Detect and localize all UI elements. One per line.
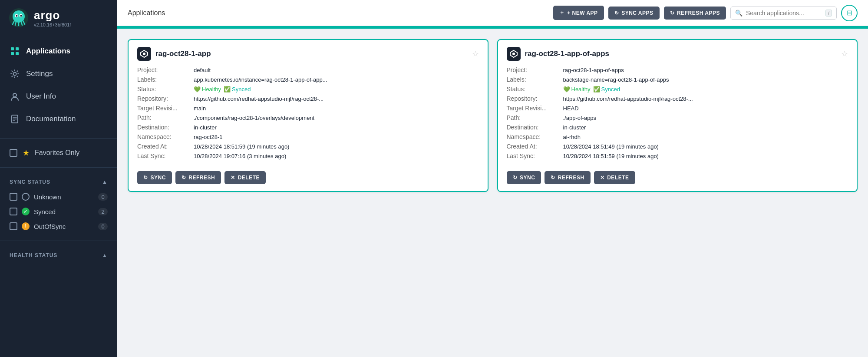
sync-status-header[interactable]: SYNC STATUS ▲ [0,175,117,189]
card-1-namespace-value: ai-rhdh [563,134,581,140]
card-0-repo-row: Repository: https://github.com/redhat-ap… [137,94,479,103]
cards-area: rag-oct28-1-app ☆ Project: default Label… [117,29,868,357]
card-1-delete-label: DELETE [607,175,629,181]
card-1-refresh-icon: ↻ [551,175,555,181]
card-1-project-label: Project: [507,66,563,73]
topbar: Applications ＋ + NEW APP ↻ SYNC APPS ↻ R… [117,0,868,26]
health-status-section: HEALTH STATUS ▲ [0,245,117,266]
card-0-favorite-star[interactable]: ☆ [472,49,479,59]
card-0-sync-button[interactable]: ↻ SYNC [137,171,172,184]
sidebar-userinfo-label: User Info [26,92,56,101]
card-0-path-label: Path: [137,114,194,121]
sidebar-item-applications[interactable]: Applications [0,40,117,63]
card-0-path-value: ./components/rag-oct28-1/overlays/develo… [194,115,314,121]
card-1-status-badges: 💚 Healthy ✅ Synced [563,86,620,93]
card-0-refresh-icon: ↻ [182,175,186,181]
health-status-header[interactable]: HEALTH STATUS ▲ [0,248,117,263]
card-1-path-row: Path: ./app-of-apps [507,113,848,122]
outofsync-checkbox[interactable] [10,222,17,230]
card-1-labels-label: Labels: [507,76,563,83]
refresh-apps-icon: ↻ [670,10,675,16]
card-1-namespace-label: Namespace: [507,133,563,140]
card-0-lastsync-value: 10/28/2024 19:07:16 (3 minutes ago) [194,153,286,159]
card-1-status-label: Status: [507,86,563,93]
svg-point-19 [512,53,515,55]
svg-rect-8 [11,52,14,55]
card-0-revision-value: main [194,105,206,112]
card-0-delete-button[interactable]: ✕ DELETE [224,171,266,184]
card-1-delete-button[interactable]: ✕ DELETE [594,171,635,184]
card-1-labels-row: Labels: backstage-name=rag-oct28-1-app-o… [507,75,848,84]
card-1-body: Project: rag-oct28-1-app-of-apps Labels:… [498,65,857,167]
card-1-title-row: rag-oct28-1-app-of-apps [507,47,610,61]
card-1-path-label: Path: [507,114,563,121]
unknown-count: 0 [98,193,108,201]
card-0-sync-label: SYNC [151,175,166,181]
check-circle-icon: ✅ [224,86,231,93]
view-toggle-icon: ⊟ [847,9,852,17]
filter-unknown[interactable]: Unknown 0 [0,189,117,204]
card-0-namespace-row: Namespace: rag-oct28-1 [137,132,479,142]
card-0-refresh-button[interactable]: ↻ REFRESH [175,171,221,184]
page-title: Applications [128,9,165,17]
card-0-healthy-badge: 💚 Healthy [194,86,221,93]
synced-checkbox[interactable] [10,208,17,215]
svg-point-11 [13,93,17,97]
synced-sync-icon: ✓ [22,208,30,215]
card-0-path-row: Path: ./components/rag-oct28-1/overlays/… [137,113,479,122]
new-app-icon: ＋ [559,9,565,17]
app-version: v2.10.16+3bf801f [34,22,71,27]
sync-apps-button[interactable]: ↻ SYNC APPS [608,7,660,20]
svg-rect-6 [11,47,14,50]
card-1-sync-label: SYNC [520,175,535,181]
card-1-favorite-star[interactable]: ☆ [841,49,848,59]
card-1-repo-row: Repository: https://github.com/redhat-ap… [507,94,848,103]
card-1-title: rag-oct28-1-app-of-apps [525,50,610,58]
card-1-synced-text: Synced [601,86,620,93]
filter-synced[interactable]: ✓ Synced 2 [0,204,117,219]
card-1-created-value: 10/28/2024 18:51:49 (19 minutes ago) [563,143,659,150]
card-1-repo-label: Repository: [507,95,563,102]
card-0-body: Project: default Labels: app.kubernetes.… [129,65,488,167]
sync-status-collapse-icon: ▲ [102,179,108,185]
topbar-actions: ＋ + NEW APP ↻ SYNC APPS ↻ REFRESH APPS 🔍… [553,5,858,21]
card-1-project-row: Project: rag-oct28-1-app-of-apps [507,65,848,75]
sidebar-item-settings[interactable]: Settings [0,63,117,85]
sidebar-item-documentation[interactable]: Documentation [0,108,117,130]
search-icon: 🔍 [735,10,743,17]
favorites-checkbox[interactable] [10,149,17,157]
card-0-labels-value: app.kubernetes.io/instance=rag-oct28-1-a… [194,76,327,83]
search-input[interactable] [746,10,822,17]
unknown-checkbox[interactable] [10,193,17,201]
unknown-label: Unknown [34,193,94,201]
card-0-delete-label: DELETE [238,175,260,181]
card-1-project-value: rag-oct28-1-app-of-apps [563,67,624,73]
refresh-apps-label: REFRESH APPS [677,10,720,16]
sidebar-documentation-label: Documentation [26,115,76,123]
refresh-apps-button[interactable]: ↻ REFRESH APPS [664,7,726,20]
new-app-button[interactable]: ＋ + NEW APP [553,6,604,20]
documentation-icon [10,114,20,124]
card-1-created-row: Created At: 10/28/2024 18:51:49 (19 minu… [507,142,848,151]
filter-outofsync[interactable]: ! OutOfSync 0 [0,219,117,234]
card-1-destination-value: in-cluster [563,124,586,131]
card-1-refresh-button[interactable]: ↻ REFRESH [545,171,590,184]
card-0-title: rag-oct28-1-app [155,50,211,58]
outofsync-sync-icon: ! [22,222,30,230]
synced-label: Synced [34,208,94,215]
card-1-sync-icon: ↻ [513,175,518,181]
sidebar-item-userinfo[interactable]: User Info [0,85,117,108]
card-0-refresh-label: REFRESH [188,175,215,181]
search-bar: 🔍 / [730,7,837,20]
health-status-collapse-icon: ▲ [102,252,108,258]
favorites-filter[interactable]: ★ Favorites Only [0,142,117,164]
card-1-sync-button[interactable]: ↻ SYNC [507,171,541,184]
main-content: Applications ＋ + NEW APP ↻ SYNC APPS ↻ R… [117,0,868,357]
view-toggle-button[interactable]: ⊟ [841,5,858,21]
card-0-delete-icon: ✕ [231,175,235,181]
card-0-synced-text: Synced [232,86,251,93]
health-status-label: HEALTH STATUS [10,252,57,258]
sync-apps-label: SYNC APPS [621,10,653,16]
sync-apps-icon: ↻ [614,10,619,16]
card-1-labels-value: backstage-name=rag-oct28-1-app-of-apps [563,76,669,83]
